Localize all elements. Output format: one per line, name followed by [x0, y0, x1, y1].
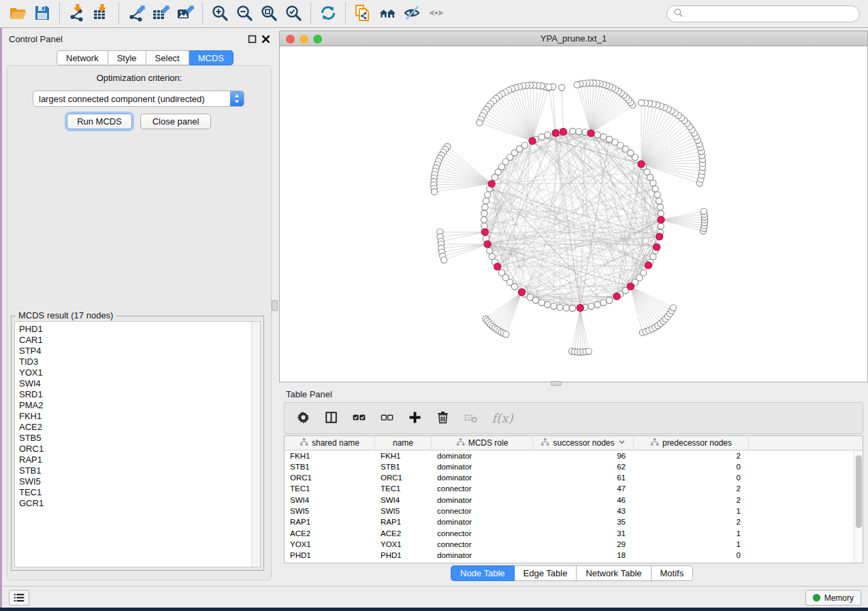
mcds-result-item[interactable]: RAP1	[15, 455, 260, 465]
ring-node[interactable]	[650, 253, 656, 259]
mcds-result-item[interactable]: CAR1	[15, 335, 260, 346]
ring-node[interactable]	[483, 198, 489, 204]
ring-node[interactable]	[532, 297, 539, 303]
export-network-button[interactable]	[124, 3, 148, 24]
mcds-hub-node[interactable]	[529, 137, 536, 144]
import-network-button[interactable]	[65, 3, 89, 24]
leaf-node[interactable]	[574, 82, 580, 88]
ring-node[interactable]	[600, 299, 607, 306]
mcds-hub-node[interactable]	[627, 283, 634, 290]
mcds-result-item[interactable]: SRD1	[15, 389, 260, 400]
ring-node[interactable]	[650, 180, 656, 186]
table-scrollbar[interactable]	[854, 450, 863, 563]
close-window-icon[interactable]	[286, 35, 295, 44]
mcds-result-item[interactable]: GCR1	[15, 498, 260, 509]
ring-node[interactable]	[569, 305, 575, 311]
select-all-button[interactable]	[350, 410, 368, 427]
close-panel-icon[interactable]	[261, 34, 270, 43]
ring-node[interactable]	[485, 192, 491, 198]
tab-edge-table[interactable]: Edge Table	[515, 565, 577, 581]
table-row[interactable]: ACE2ACE2connector311	[285, 528, 863, 539]
ring-node[interactable]	[612, 139, 618, 145]
ring-node[interactable]	[481, 210, 487, 216]
mcds-result-item[interactable]: TEC1	[15, 487, 260, 498]
table-row[interactable]: YOX1YOX1connector291	[285, 539, 863, 550]
leaf-node[interactable]	[559, 84, 565, 90]
leaf-node[interactable]	[477, 120, 483, 126]
mcds-result-list[interactable]: PHD1CAR1STP4TID3YOX1SWI4SRD1PMA2FKH1ACE2…	[14, 321, 261, 567]
mcds-result-item[interactable]: STB5	[15, 433, 260, 444]
ring-node[interactable]	[600, 134, 607, 140]
zoom-in-button[interactable]	[208, 3, 232, 24]
leaf-node[interactable]	[503, 331, 509, 337]
column-header-shared-name[interactable]: shared name	[285, 436, 375, 450]
refresh-layout-button[interactable]	[316, 3, 340, 24]
export-image-button[interactable]	[173, 3, 197, 24]
table-row[interactable]: TEC1TEC1connector472	[285, 484, 863, 495]
show-all-button[interactable]	[424, 3, 449, 24]
mcds-hub-node[interactable]	[638, 161, 645, 167]
mcds-result-item[interactable]: SWI4	[15, 378, 260, 389]
horizontal-split-handle[interactable]	[551, 381, 562, 386]
columns-button[interactable]	[322, 410, 340, 427]
zoom-out-button[interactable]	[232, 3, 257, 24]
table-row[interactable]: PHD1PHD1dominator180	[285, 550, 863, 561]
tab-select[interactable]: Select	[146, 50, 189, 65]
ring-node[interactable]	[545, 132, 551, 138]
ring-node[interactable]	[539, 134, 545, 140]
export-table-button[interactable]	[148, 3, 173, 24]
ring-node[interactable]	[545, 301, 551, 308]
ring-node[interactable]	[658, 223, 664, 229]
add-row-button[interactable]	[406, 410, 423, 427]
task-history-button[interactable]	[9, 590, 29, 606]
column-header-name[interactable]: name	[375, 436, 432, 450]
gear-button[interactable]	[294, 410, 312, 427]
memory-button[interactable]: Memory	[805, 590, 861, 606]
network-window-titlebar[interactable]: YPA_prune.txt_1	[280, 31, 867, 46]
mcds-hub-node[interactable]	[481, 229, 488, 235]
mcds-result-item[interactable]: ORC1	[15, 444, 260, 455]
ring-node[interactable]	[640, 269, 646, 276]
mcds-hub-node[interactable]	[484, 241, 491, 248]
mcds-hub-node[interactable]	[488, 180, 495, 187]
mcds-hub-node[interactable]	[656, 233, 663, 240]
save-session-button[interactable]	[30, 3, 54, 24]
ring-node[interactable]	[658, 210, 664, 216]
minimize-window-icon[interactable]	[300, 35, 308, 44]
open-file-button[interactable]	[5, 3, 30, 24]
mcds-result-item[interactable]: YOX1	[15, 367, 260, 378]
ring-node[interactable]	[563, 305, 569, 311]
mcds-hub-node[interactable]	[577, 304, 583, 311]
tab-network-table[interactable]: Network Table	[577, 565, 651, 581]
mcds-hub-node[interactable]	[552, 129, 559, 136]
table-row[interactable]: RAP1RAP1dominator352	[285, 517, 863, 528]
search-box[interactable]	[666, 5, 860, 22]
ring-node[interactable]	[527, 294, 533, 300]
mcds-result-item[interactable]: STB1	[15, 465, 260, 476]
table-row[interactable]: STB1STB1dominator620	[285, 461, 863, 472]
tab-node-table[interactable]: Node Table	[451, 565, 515, 581]
clone-network-button[interactable]	[351, 3, 375, 24]
ring-node[interactable]	[487, 248, 493, 254]
vertical-split-handle[interactable]	[272, 300, 278, 311]
mcds-hub-node[interactable]	[588, 130, 594, 137]
run-mcds-button[interactable]: Run MCDS	[67, 114, 132, 129]
tab-mcds[interactable]: MCDS	[189, 50, 234, 65]
mcds-hub-node[interactable]	[658, 216, 664, 223]
close-panel-button[interactable]: Close panel	[140, 114, 211, 129]
column-header-predecessor-nodes[interactable]: predecessor nodes	[634, 436, 749, 450]
zoom-fit-button[interactable]	[257, 3, 281, 24]
hide-selected-button[interactable]	[400, 3, 424, 24]
delete-row-button[interactable]	[434, 410, 451, 427]
ring-node[interactable]	[656, 198, 662, 204]
leaf-node[interactable]	[701, 208, 707, 214]
ring-node[interactable]	[482, 204, 488, 210]
mcds-result-item[interactable]: ACE2	[15, 422, 260, 433]
ring-node[interactable]	[606, 136, 612, 142]
table-scrollbar-thumb[interactable]	[856, 455, 862, 528]
leaf-node[interactable]	[670, 305, 676, 311]
table-row[interactable]: SWI5SWI5connector431	[285, 506, 863, 516]
mcds-hub-node[interactable]	[613, 293, 620, 299]
ring-node[interactable]	[594, 132, 600, 138]
leaf-node[interactable]	[585, 348, 592, 354]
